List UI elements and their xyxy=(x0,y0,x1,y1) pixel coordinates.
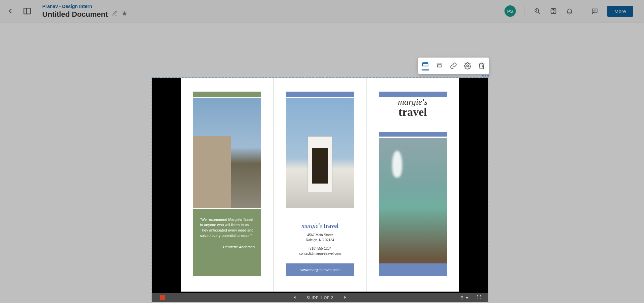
document-title: Untitled Document xyxy=(42,10,108,19)
link-button[interactable] xyxy=(450,62,457,69)
svg-line-4 xyxy=(538,12,540,14)
divider xyxy=(525,6,525,16)
website-bar: www.margiestravel.com xyxy=(286,263,354,276)
photo-doorway xyxy=(286,98,354,208)
brand-title: margie's travel xyxy=(367,98,459,118)
svg-point-14 xyxy=(467,65,469,67)
testimonial-box: "We recommend Margie's Travel to anyone … xyxy=(193,209,261,266)
drag-handle[interactable] xyxy=(482,75,489,77)
logo-bold: travel xyxy=(323,222,338,229)
breadcrumb[interactable]: Pranav - Design Intern xyxy=(42,4,127,9)
panel-toggle-button[interactable] xyxy=(23,7,32,15)
address-line-2: Raleigh, NC 02134 xyxy=(274,238,366,243)
brand-title-bold: travel xyxy=(367,106,459,118)
previous-slide-button[interactable] xyxy=(293,295,297,300)
chevron-left-icon xyxy=(6,7,15,15)
favorite-button[interactable] xyxy=(121,10,127,18)
address-line-1: 4567 Main Street xyxy=(274,233,366,238)
accent-bar xyxy=(379,92,447,97)
accent-bar xyxy=(379,263,447,276)
fit-width-button[interactable] xyxy=(422,61,429,70)
accent-bar xyxy=(286,92,354,97)
brochure-panel-3: margie's travel xyxy=(367,78,459,292)
powerpoint-viewer: "We recommend Margie's Travel to anyone … xyxy=(152,78,488,302)
gear-icon xyxy=(464,62,471,69)
star-icon xyxy=(121,10,127,16)
delete-button[interactable] xyxy=(478,62,485,69)
embedded-object[interactable]: "We recommend Margie's Travel to anyone … xyxy=(152,78,488,303)
original-size-button[interactable] xyxy=(436,62,443,69)
accent-bar xyxy=(193,266,261,276)
svg-marker-20 xyxy=(466,297,469,299)
title-block: Pranav - Design Intern Untitled Document xyxy=(42,4,127,19)
next-slide-button[interactable] xyxy=(343,295,347,300)
panel-icon xyxy=(23,7,32,15)
svg-marker-16 xyxy=(344,296,346,299)
contact-block: 4567 Main Street Raleigh, NC 02134 (718)… xyxy=(274,233,366,256)
help-icon xyxy=(550,7,557,15)
phone: (718) 555-1234 xyxy=(274,246,366,251)
help-button[interactable] xyxy=(550,7,557,15)
company-logo-text: margie's travel xyxy=(274,222,366,230)
original-size-icon xyxy=(436,62,443,69)
comment-icon xyxy=(591,7,598,15)
svg-marker-15 xyxy=(294,296,296,299)
logo-italic: margie's xyxy=(302,222,322,229)
user-avatar[interactable]: PS xyxy=(504,5,516,17)
email: contact@margiestravel.com xyxy=(274,251,366,256)
testimonial-attribution: ~ Henriette Andersen xyxy=(200,245,255,250)
divider xyxy=(582,6,582,16)
powerpoint-icon xyxy=(160,295,165,300)
notifications-button[interactable] xyxy=(566,7,573,15)
photo-geyser xyxy=(379,138,447,265)
zoom-in-icon xyxy=(534,7,541,15)
testimonial-quote: "We recommend Margie's Travel to anyone … xyxy=(200,217,255,239)
photo-stairs xyxy=(193,98,261,208)
brand-title-italic: margie's xyxy=(367,98,459,106)
slide-content: "We recommend Margie's Travel to anyone … xyxy=(181,78,459,292)
bell-icon xyxy=(566,7,573,15)
viewer-controls-bar: SLIDE 1 OF 2 xyxy=(152,293,488,302)
app-header: Pranav - Design Intern Untitled Document… xyxy=(0,0,644,22)
rename-button[interactable] xyxy=(112,11,117,18)
triangle-left-icon xyxy=(293,296,297,299)
object-floating-toolbar xyxy=(418,57,489,74)
pencil-icon xyxy=(112,11,117,16)
brochure-panel-1: "We recommend Margie's Travel to anyone … xyxy=(181,78,274,292)
view-menu-button[interactable] xyxy=(460,296,469,300)
fit-width-icon xyxy=(422,61,429,68)
back-button[interactable] xyxy=(6,7,15,15)
link-icon xyxy=(450,62,457,69)
trash-icon xyxy=(478,62,485,69)
accent-bar xyxy=(193,92,261,97)
header-right-controls: PS More xyxy=(504,5,633,17)
zoom-button[interactable] xyxy=(534,7,541,15)
svg-rect-0 xyxy=(24,8,31,14)
caret-down-icon xyxy=(465,296,469,300)
settings-button[interactable] xyxy=(464,62,471,69)
accent-bar xyxy=(379,132,447,137)
svg-marker-2 xyxy=(122,11,127,16)
more-button[interactable]: More xyxy=(607,6,633,17)
comments-button[interactable] xyxy=(591,7,598,15)
canvas-area[interactable]: "We recommend Margie's Travel to anyone … xyxy=(0,22,644,303)
slide-counter: SLIDE 1 OF 2 xyxy=(307,296,333,300)
svg-point-7 xyxy=(553,12,553,13)
svg-rect-12 xyxy=(438,65,441,67)
fullscreen-icon xyxy=(476,295,482,300)
document-icon xyxy=(460,296,464,300)
fullscreen-button[interactable] xyxy=(476,295,482,301)
brochure-panel-2: margie's travel 4567 Main Street Raleigh… xyxy=(274,78,366,292)
triangle-right-icon xyxy=(343,296,347,299)
svg-rect-10 xyxy=(423,63,428,66)
